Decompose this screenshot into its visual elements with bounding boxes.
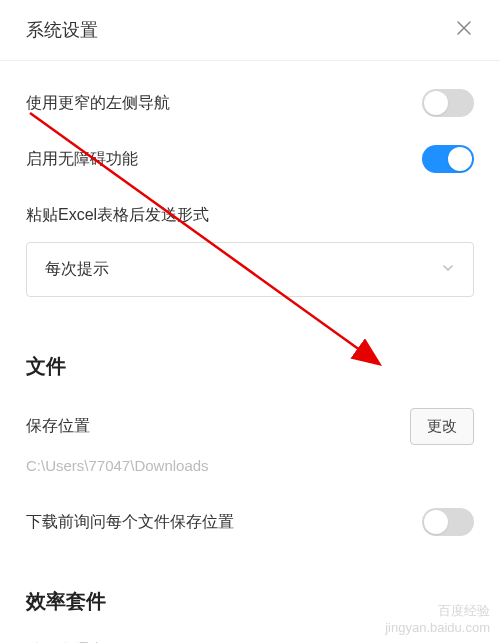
toggle-knob [424, 91, 448, 115]
save-path: C:\Users\77047\Downloads [26, 457, 474, 474]
close-button[interactable] [454, 20, 474, 40]
change-button[interactable]: 更改 [410, 408, 474, 445]
ask-before-download-toggle[interactable] [422, 508, 474, 536]
accessibility-label: 启用无障碍功能 [26, 149, 138, 170]
narrow-sidebar-toggle[interactable] [422, 89, 474, 117]
file-section-title: 文件 [26, 353, 474, 380]
accessibility-toggle[interactable] [422, 145, 474, 173]
narrow-sidebar-label: 使用更窄的左侧导航 [26, 93, 170, 114]
paste-excel-label: 粘贴Excel表格后发送形式 [26, 205, 474, 226]
efficiency-section-title: 效率套件 [26, 588, 474, 615]
save-location-label: 保存位置 [26, 416, 90, 437]
page-title: 系统设置 [26, 18, 98, 42]
toggle-knob [424, 510, 448, 534]
toggle-knob [448, 147, 472, 171]
paste-excel-select[interactable]: 每次提示 [26, 242, 474, 297]
chevron-down-icon [441, 261, 455, 279]
ask-before-download-label: 下载前询问每个文件保存位置 [26, 512, 234, 533]
close-icon [455, 19, 473, 41]
select-value: 每次提示 [45, 259, 109, 280]
